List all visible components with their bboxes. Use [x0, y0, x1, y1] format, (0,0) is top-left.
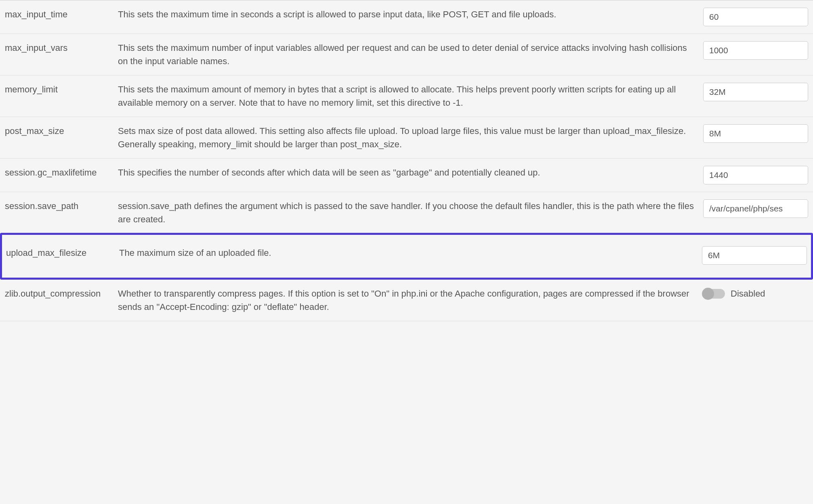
setting-control	[703, 41, 808, 60]
setting-name-label: max_input_time	[5, 8, 118, 21]
zlib-output-compression-toggle[interactable]	[703, 289, 725, 299]
setting-control	[702, 246, 807, 265]
setting-name-label: post_max_size	[5, 124, 118, 138]
setting-description: The maximum size of an uploaded file.	[119, 246, 702, 259]
setting-control: Disabled	[703, 287, 808, 300]
setting-description: This sets the maximum time in seconds a …	[118, 8, 703, 21]
setting-control	[703, 8, 808, 26]
setting-name-label: session.save_path	[5, 199, 118, 213]
setting-name-label: memory_limit	[5, 83, 118, 96]
toggle-wrap: Disabled	[703, 287, 765, 300]
setting-control	[703, 199, 808, 218]
setting-description: This sets the maximum number of input va…	[118, 41, 703, 68]
setting-description: This specifies the number of seconds aft…	[118, 166, 703, 179]
setting-name-label: zlib.output_compression	[5, 287, 118, 300]
upload-max-filesize-input[interactable]	[702, 246, 807, 265]
setting-row-memory-limit: memory_limit This sets the maximum amoun…	[0, 75, 813, 117]
max-input-vars-input[interactable]	[703, 41, 808, 60]
setting-name-label: upload_max_filesize	[6, 246, 119, 259]
setting-description: Whether to transparently compress pages.…	[118, 287, 703, 314]
post-max-size-input[interactable]	[703, 124, 808, 143]
php-settings-table: max_input_time This sets the maximum tim…	[0, 0, 813, 321]
setting-description: Sets max size of post data allowed. This…	[118, 124, 703, 151]
setting-row-zlib-output-compression: zlib.output_compression Whether to trans…	[0, 280, 813, 321]
setting-row-upload-max-filesize: upload_max_filesize The maximum size of …	[0, 233, 813, 280]
setting-row-session-gc-maxlifetime: session.gc_maxlifetime This specifies th…	[0, 159, 813, 192]
memory-limit-input[interactable]	[703, 83, 808, 101]
setting-control	[703, 124, 808, 143]
setting-control	[703, 83, 808, 101]
setting-row-post-max-size: post_max_size Sets max size of post data…	[0, 117, 813, 159]
setting-row-session-save-path: session.save_path session.save_path defi…	[0, 192, 813, 234]
toggle-state-label: Disabled	[731, 287, 765, 300]
toggle-knob-icon	[702, 288, 714, 300]
setting-row-max-input-time: max_input_time This sets the maximum tim…	[0, 0, 813, 34]
setting-row-max-input-vars: max_input_vars This sets the maximum num…	[0, 34, 813, 75]
session-save-path-input[interactable]	[703, 199, 808, 218]
setting-name-label: session.gc_maxlifetime	[5, 166, 118, 179]
session-gc-maxlifetime-input[interactable]	[703, 166, 808, 184]
setting-control	[703, 166, 808, 184]
max-input-time-input[interactable]	[703, 8, 808, 26]
setting-description: session.save_path defines the argument w…	[118, 199, 703, 226]
setting-description: This sets the maximum amount of memory i…	[118, 83, 703, 109]
setting-name-label: max_input_vars	[5, 41, 118, 54]
